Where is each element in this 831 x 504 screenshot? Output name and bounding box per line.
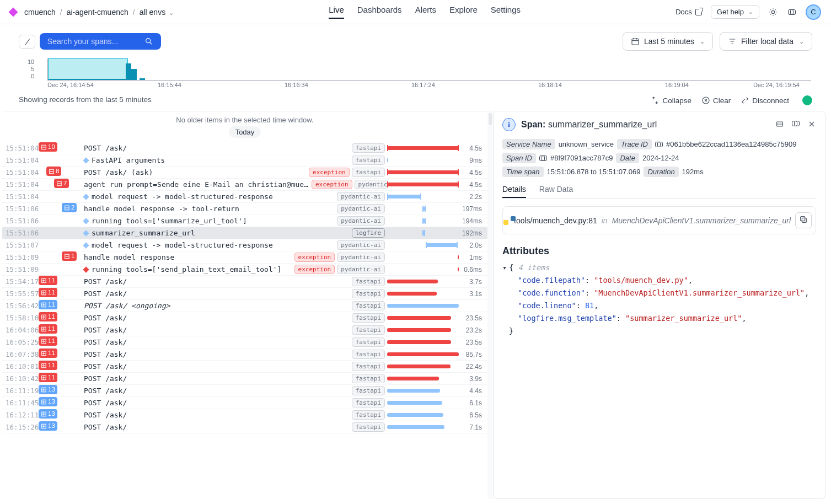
logo-icon: [9, 7, 18, 17]
avatar[interactable]: C: [806, 4, 821, 20]
trace-row[interactable]: 15:51:06summarizer_summarize_urllogfire1…: [2, 227, 487, 239]
trace-row[interactable]: 16:05:25⊞11POST /ask/fastapi23.5s: [2, 336, 487, 348]
svg-rect-2: [632, 39, 639, 45]
trace-row[interactable]: 16:15:26⊞13POST /ask/fastapi7.1s: [2, 421, 487, 433]
get-help-button[interactable]: Get help⌄: [711, 5, 759, 19]
svg-point-1: [146, 39, 150, 43]
nav-alerts[interactable]: Alerts: [415, 5, 436, 19]
svg-rect-6: [801, 217, 805, 221]
expand-badge[interactable]: ⊟2: [62, 203, 77, 212]
trace-row[interactable]: 15:51:04⊟7agent run prompt=Sende eine E-…: [2, 179, 487, 191]
bullet-icon: [83, 242, 89, 248]
search-input[interactable]: [40, 33, 161, 50]
expand-badge[interactable]: ⊞11: [39, 276, 57, 285]
trace-row[interactable]: 16:10:01⊞11POST /ask/fastapi22.4s: [2, 361, 487, 373]
link-icon[interactable]: [787, 7, 797, 17]
expand-badge[interactable]: ⊞11: [39, 288, 57, 297]
filter-button[interactable]: Filter local data⌄: [720, 32, 812, 51]
expand-badge[interactable]: ⊞11: [39, 373, 57, 382]
filter-icon: [728, 37, 737, 46]
svg-rect-5: [802, 218, 806, 222]
expand-badge[interactable]: ⊞13: [39, 385, 57, 394]
nav-explore[interactable]: Explore: [449, 5, 478, 19]
expand-icon[interactable]: [775, 120, 784, 130]
bullet-icon: [83, 266, 89, 272]
expand-badge[interactable]: ⊟1: [62, 251, 77, 261]
trace-row[interactable]: 15:51:09⊟1handle model responseexception…: [2, 251, 487, 264]
status-text: Showing records from the last 5 minutes: [19, 95, 152, 105]
copy-button[interactable]: [795, 212, 812, 228]
disconnect-button[interactable]: Disconnect: [741, 96, 789, 105]
trace-row[interactable]: 15:51:04⊟10POST /ask/fastapi4.5s: [2, 142, 487, 154]
info-icon: i: [502, 118, 516, 131]
search-field[interactable]: [47, 37, 136, 46]
expand-badge[interactable]: ⊞11: [39, 300, 57, 309]
app-header: cmuench / ai-agent-cmuench / all envs ⌄ …: [0, 0, 831, 24]
trace-row[interactable]: 15:51:07model request -> model-structure…: [2, 239, 487, 251]
trace-row[interactable]: 15:56:42⊞11POST /ask/ <ongoing>fastapi: [2, 300, 487, 312]
panel-splitter[interactable]: [487, 111, 493, 499]
trace-row[interactable]: 15:51:04⊟8POST /ask/ (ask)exceptionfasta…: [2, 167, 487, 179]
nav-live[interactable]: Live: [329, 5, 344, 19]
expand-badge[interactable]: ⊞11: [39, 312, 57, 321]
link-icon[interactable]: [539, 156, 547, 161]
tab-raw-data[interactable]: Raw Data: [539, 185, 573, 198]
detail-panel: i Span: summarizer_summarize_url Service…: [493, 111, 825, 499]
crumb-env[interactable]: all envs ⌄: [140, 8, 174, 17]
no-older-text: No older items in the selected time wind…: [2, 116, 487, 124]
header-actions: Docs Get help⌄ C: [675, 4, 821, 20]
trace-row[interactable]: 15:55:57⊞11POST /ask/fastapi3.1s: [2, 288, 487, 300]
time-range-button[interactable]: Last 5 minutes⌄: [623, 32, 713, 51]
crumb-project[interactable]: ai-agent-cmuench: [67, 8, 128, 17]
tab-details[interactable]: Details: [502, 185, 526, 198]
expand-badge[interactable]: ⊟7: [54, 179, 69, 188]
trace-row[interactable]: 15:51:04FastAPI argumentsfastapi9ms: [2, 154, 487, 167]
nav-settings[interactable]: Settings: [491, 5, 521, 19]
close-icon[interactable]: [807, 120, 816, 130]
slash-key-hint: /: [19, 35, 35, 49]
attributes-json: ▾{ 4 items"code.filepath": "tools/muench…: [502, 261, 816, 337]
main-content: No older items in the selected time wind…: [0, 111, 831, 499]
trace-row[interactable]: 15:54:17⊞11POST /ask/fastapi3.7s: [2, 276, 487, 288]
expand-badge[interactable]: ⊞13: [39, 409, 57, 419]
expand-badge[interactable]: ⊟8: [46, 167, 61, 176]
splitter-handle-icon: [489, 113, 492, 125]
bullet-icon: [83, 157, 89, 163]
expand-badge[interactable]: ⊞13: [39, 397, 57, 406]
crumb-org[interactable]: cmuench: [24, 8, 56, 17]
expand-badge[interactable]: ⊞13: [39, 421, 57, 431]
clear-button[interactable]: Clear: [701, 96, 731, 105]
attributes-heading: Attributes: [502, 245, 816, 257]
copy-link-icon[interactable]: [792, 120, 800, 130]
breadcrumb: cmuench / ai-agent-cmuench / all envs ⌄: [10, 8, 174, 17]
trace-list[interactable]: No older items in the selected time wind…: [2, 111, 487, 499]
trace-row[interactable]: 16:11:19⊞13POST /ask/fastapi4.4s: [2, 385, 487, 397]
timeline-chart[interactable]: 1050 Dec 24, 16:14:5416:15:4416:16:3416:…: [0, 58, 831, 90]
expand-badge[interactable]: ⊞11: [39, 324, 57, 334]
docs-link[interactable]: Docs: [675, 8, 702, 16]
disconnect-icon: [741, 96, 749, 105]
trace-row[interactable]: 15:51:04model request -> model-structure…: [2, 191, 487, 203]
nav-dashboards[interactable]: Dashboards: [357, 5, 402, 19]
trace-row[interactable]: 15:51:06running tools=['summarize_url_to…: [2, 215, 487, 227]
trace-row[interactable]: 16:10:42⊞11POST /ask/fastapi3.9s: [2, 373, 487, 385]
detail-title: Span: summarizer_summarize_url: [521, 120, 657, 130]
expand-badge[interactable]: ⊟10: [39, 142, 57, 152]
external-link-icon: [695, 9, 702, 15]
span-metadata: Service Nameunknown_service Trace ID#061…: [502, 139, 816, 177]
trace-row[interactable]: 16:07:38⊞11POST /ask/fastapi85.7s: [2, 348, 487, 361]
trace-row[interactable]: 15:51:09running tools=['send_plain_text_…: [2, 264, 487, 276]
trace-row[interactable]: 15:58:10⊞11POST /ask/fastapi23.5s: [2, 312, 487, 324]
expand-badge[interactable]: ⊞11: [39, 361, 57, 370]
trace-row[interactable]: 16:04:06⊞11POST /ask/fastapi23.2s: [2, 324, 487, 336]
status-bar: Showing records from the last 5 minutes …: [0, 90, 831, 111]
link-icon[interactable]: [655, 142, 663, 147]
collapse-button[interactable]: Collapse: [651, 96, 691, 105]
expand-badge[interactable]: ⊞11: [39, 348, 57, 358]
copy-icon: [799, 215, 808, 224]
theme-toggle-icon[interactable]: [768, 7, 778, 17]
expand-badge[interactable]: ⊞11: [39, 336, 57, 346]
trace-row[interactable]: 16:11:45⊞13POST /ask/fastapi6.1s: [2, 397, 487, 409]
trace-row[interactable]: 16:12:11⊞13POST /ask/fastapi6.5s: [2, 409, 487, 421]
trace-row[interactable]: 15:51:06⊟2handle model response -> tool-…: [2, 203, 487, 215]
